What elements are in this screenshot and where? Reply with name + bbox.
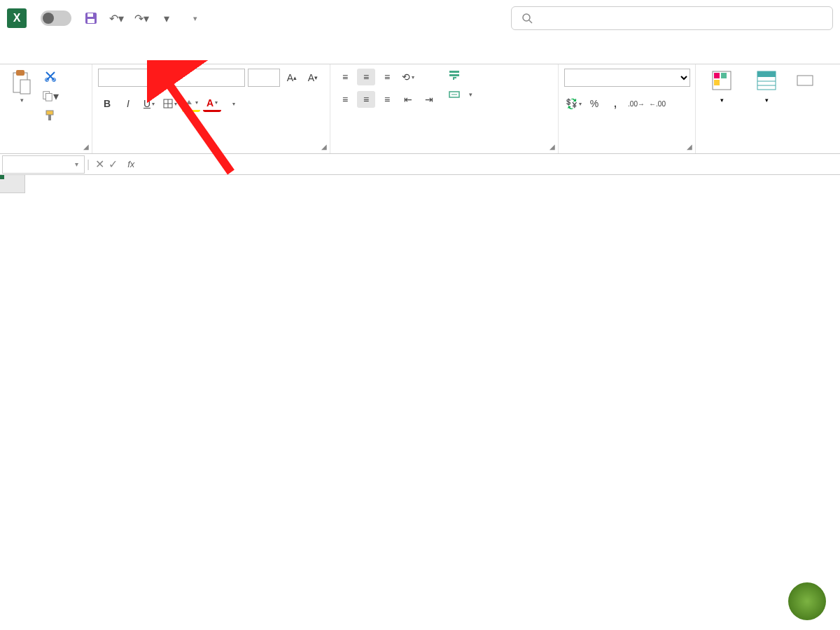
quick-access-toolbar: ↶▾ ↷▾ ▾ bbox=[83, 10, 175, 27]
dialog-launcher-icon[interactable]: ◢ bbox=[687, 143, 692, 150]
ribbon-group-alignment: ≡ ≡ ≡ ⟲ ≡ ≡ ≡ ⇤ ⇥ bbox=[330, 64, 559, 153]
qat-customize-icon[interactable]: ▾ bbox=[158, 10, 175, 27]
font-color-button[interactable]: A bbox=[203, 95, 221, 112]
dialog-launcher-icon[interactable]: ◢ bbox=[83, 143, 89, 150]
toggle-switch[interactable] bbox=[41, 10, 71, 26]
chevron-down-icon: ▾ bbox=[193, 14, 197, 23]
chevron-down-icon: ▾ bbox=[75, 160, 78, 168]
autosave-toggle[interactable] bbox=[36, 10, 71, 26]
search-input[interactable] bbox=[511, 6, 833, 30]
chevron-down-icon: ▾ bbox=[469, 91, 472, 98]
ribbon-group-clipboard: ▾ ▾ ◢ bbox=[0, 64, 92, 153]
align-middle-icon[interactable]: ≡ bbox=[357, 69, 375, 85]
svg-rect-12 bbox=[46, 111, 53, 115]
align-right-icon[interactable]: ≡ bbox=[378, 91, 396, 108]
merge-center-button[interactable]: ▾ bbox=[448, 88, 472, 101]
format-as-table-button[interactable]: ▾ bbox=[746, 69, 787, 104]
ribbon-tabs bbox=[0, 36, 840, 64]
decrease-font-icon[interactable]: A▾ bbox=[304, 69, 322, 86]
wrap-text-button[interactable] bbox=[448, 69, 472, 81]
dialog-launcher-icon[interactable]: ◢ bbox=[550, 143, 555, 150]
decrease-decimal-icon[interactable]: ←.00 bbox=[648, 95, 666, 112]
svg-rect-18 bbox=[449, 74, 459, 76]
number-format-select[interactable] bbox=[564, 69, 690, 87]
game-watermark bbox=[788, 582, 830, 620]
title-bar: X ↶▾ ↷▾ ▾ ▾ bbox=[0, 0, 840, 36]
ribbon: ▾ ▾ ◢ A▴ A▾ B I U A bbox=[0, 64, 840, 154]
format-painter-icon[interactable] bbox=[42, 108, 59, 123]
search-icon bbox=[522, 13, 533, 24]
align-center-icon[interactable]: ≡ bbox=[357, 91, 375, 108]
decrease-indent-icon[interactable]: ⇤ bbox=[399, 91, 417, 108]
spreadsheet-grid[interactable] bbox=[0, 175, 840, 630]
accounting-format-icon[interactable]: 💱 bbox=[564, 95, 582, 112]
fx-icon[interactable]: fx bbox=[123, 159, 139, 169]
ribbon-group-number: 💱 % , .00→ ←.00 ◢ bbox=[559, 64, 696, 153]
svg-rect-11 bbox=[46, 93, 52, 101]
wrap-text-icon bbox=[448, 69, 461, 81]
svg-rect-28 bbox=[797, 76, 813, 85]
fill-color-button[interactable] bbox=[182, 95, 200, 112]
ribbon-group-styles: ▾ ▾ bbox=[696, 64, 840, 153]
svg-line-4 bbox=[529, 20, 532, 23]
name-box[interactable]: ▾ bbox=[2, 155, 85, 174]
increase-font-icon[interactable]: A▴ bbox=[283, 69, 301, 86]
align-top-icon[interactable]: ≡ bbox=[336, 69, 354, 85]
merge-icon bbox=[448, 88, 461, 101]
svg-point-3 bbox=[523, 14, 530, 21]
chevron-down-icon: ▾ bbox=[20, 97, 24, 104]
font-name-select[interactable] bbox=[98, 69, 245, 87]
orientation-icon[interactable]: ⟲ bbox=[399, 69, 417, 85]
dialog-launcher-icon[interactable]: ◢ bbox=[321, 143, 327, 150]
svg-rect-1 bbox=[88, 13, 93, 17]
svg-rect-17 bbox=[449, 71, 459, 73]
excel-app-icon: X bbox=[7, 8, 27, 28]
undo-icon[interactable]: ↶▾ bbox=[108, 10, 125, 27]
italic-button[interactable]: I bbox=[119, 95, 137, 112]
copy-icon[interactable]: ▾ bbox=[42, 88, 59, 104]
percent-icon[interactable]: % bbox=[585, 95, 603, 112]
select-all-corner[interactable] bbox=[0, 175, 25, 193]
bold-button[interactable]: B bbox=[98, 95, 116, 112]
cancel-formula-icon[interactable]: ✕ bbox=[95, 158, 104, 171]
increase-indent-icon[interactable]: ⇥ bbox=[420, 91, 438, 108]
redo-icon[interactable]: ↷▾ bbox=[133, 10, 150, 27]
phonetic-button[interactable] bbox=[224, 95, 242, 112]
align-left-icon[interactable]: ≡ bbox=[336, 91, 354, 108]
increase-decimal-icon[interactable]: .00→ bbox=[627, 95, 645, 112]
font-size-select[interactable] bbox=[248, 69, 280, 87]
formula-bar: ▾ | ✕ ✓ fx bbox=[0, 154, 840, 175]
svg-rect-23 bbox=[714, 80, 720, 85]
align-bottom-icon[interactable]: ≡ bbox=[378, 69, 396, 85]
svg-rect-21 bbox=[714, 73, 720, 78]
conditional-formatting-button[interactable]: ▾ bbox=[701, 69, 742, 104]
ribbon-group-font: A▴ A▾ B I U A ◢ bbox=[92, 64, 330, 153]
svg-rect-22 bbox=[721, 73, 727, 78]
cut-icon[interactable] bbox=[42, 69, 59, 84]
document-title[interactable]: ▾ bbox=[189, 14, 197, 23]
svg-rect-2 bbox=[88, 19, 94, 23]
svg-rect-13 bbox=[48, 115, 51, 120]
cell-styles-button[interactable] bbox=[791, 69, 819, 94]
save-icon[interactable] bbox=[83, 10, 99, 27]
svg-rect-6 bbox=[16, 70, 24, 76]
border-button[interactable] bbox=[161, 95, 179, 112]
enter-formula-icon[interactable]: ✓ bbox=[108, 158, 118, 171]
svg-rect-25 bbox=[757, 71, 776, 77]
paste-button[interactable]: ▾ bbox=[6, 69, 38, 104]
comma-icon[interactable]: , bbox=[606, 95, 624, 112]
svg-rect-7 bbox=[20, 80, 30, 94]
underline-button[interactable]: U bbox=[140, 95, 158, 112]
